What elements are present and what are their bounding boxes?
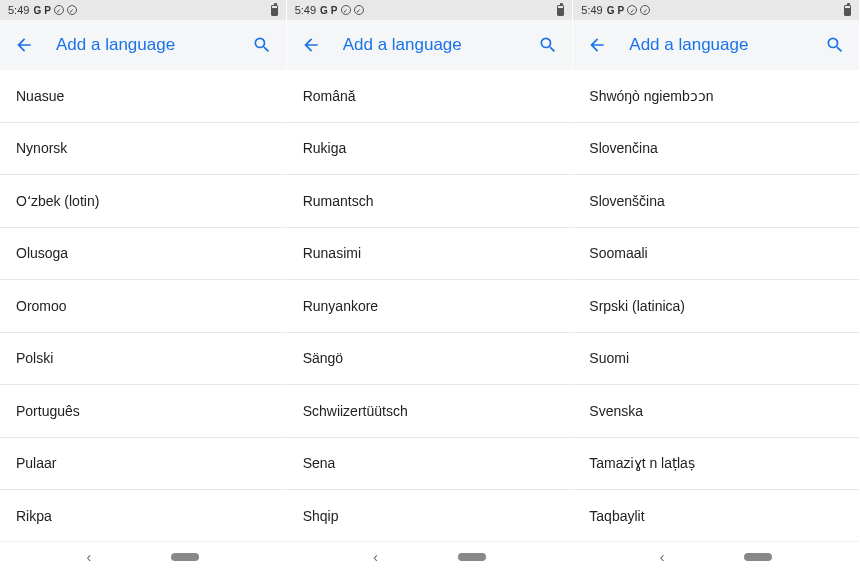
list-item[interactable]: Slovenščina: [573, 175, 859, 228]
arrow-left-icon: [587, 35, 607, 55]
check-icon-2: ✓: [67, 5, 77, 15]
check-icon-2: ✓: [640, 5, 650, 15]
search-icon: [252, 35, 272, 55]
status-bar: 5:49 G P ✓ ✓: [573, 0, 859, 20]
p-icon: P: [618, 5, 625, 16]
list-item[interactable]: Rumantsch: [287, 175, 573, 228]
nav-home-button[interactable]: [744, 553, 772, 561]
status-time: 5:49: [8, 4, 29, 16]
language-list[interactable]: Nuasue Nynorsk Oʻzbek (lotin) Olusoga Or…: [0, 70, 286, 541]
screen-2: 5:49 G P ✓ ✓ Add a language Română Rukig…: [287, 0, 574, 571]
navigation-bar: ‹: [287, 541, 573, 571]
back-button[interactable]: [587, 35, 607, 55]
status-left: 5:49 G P ✓ ✓: [8, 4, 77, 16]
screen-1: 5:49 G P ✓ ✓ Add a language Nuasue Nynor…: [0, 0, 287, 571]
page-title: Add a language: [629, 35, 803, 55]
battery-icon: [557, 5, 564, 16]
google-icon: G: [320, 5, 328, 16]
battery-icon: [271, 5, 278, 16]
search-button[interactable]: [538, 35, 558, 55]
search-button[interactable]: [252, 35, 272, 55]
list-item[interactable]: Rukiga: [287, 123, 573, 176]
list-item[interactable]: Pulaar: [0, 438, 286, 491]
check-icon-1: ✓: [341, 5, 351, 15]
list-item[interactable]: Tamaziɣt n laṭlaṣ: [573, 438, 859, 491]
navigation-bar: ‹: [573, 541, 859, 571]
battery-icon: [844, 5, 851, 16]
list-item[interactable]: Română: [287, 70, 573, 123]
app-bar: Add a language: [573, 20, 859, 70]
list-item[interactable]: Nuasue: [0, 70, 286, 123]
list-item[interactable]: Português: [0, 385, 286, 438]
google-icon: G: [607, 5, 615, 16]
list-item[interactable]: Polski: [0, 333, 286, 386]
page-title: Add a language: [343, 35, 517, 55]
list-item[interactable]: Oromoo: [0, 280, 286, 333]
status-time: 5:49: [295, 4, 316, 16]
list-item[interactable]: Slovenčina: [573, 123, 859, 176]
back-button[interactable]: [14, 35, 34, 55]
list-item[interactable]: Shqip: [287, 490, 573, 541]
list-item[interactable]: Rikpa: [0, 490, 286, 541]
google-icon: G: [33, 5, 41, 16]
list-item[interactable]: Runasimi: [287, 228, 573, 281]
check-icon-1: ✓: [627, 5, 637, 15]
nav-back-button[interactable]: ‹: [86, 549, 91, 565]
list-item[interactable]: Sena: [287, 438, 573, 491]
list-item[interactable]: Svenska: [573, 385, 859, 438]
check-icon-2: ✓: [354, 5, 364, 15]
status-notification-icons: G P ✓ ✓: [33, 5, 76, 16]
list-item[interactable]: Srpski (latinica): [573, 280, 859, 333]
status-left: 5:49 G P ✓ ✓: [581, 4, 650, 16]
list-item[interactable]: Schwiizertüütsch: [287, 385, 573, 438]
list-item[interactable]: Shwóŋò ngiembɔɔn: [573, 70, 859, 123]
list-item[interactable]: Oʻzbek (lotin): [0, 175, 286, 228]
list-item[interactable]: Soomaali: [573, 228, 859, 281]
screen-3: 5:49 G P ✓ ✓ Add a language Shwóŋò ngiem…: [573, 0, 860, 571]
p-icon: P: [44, 5, 51, 16]
page-title: Add a language: [56, 35, 230, 55]
navigation-bar: ‹: [0, 541, 286, 571]
nav-back-button[interactable]: ‹: [373, 549, 378, 565]
list-item[interactable]: Nynorsk: [0, 123, 286, 176]
list-item[interactable]: Runyankore: [287, 280, 573, 333]
status-left: 5:49 G P ✓ ✓: [295, 4, 364, 16]
search-button[interactable]: [825, 35, 845, 55]
search-icon: [825, 35, 845, 55]
arrow-left-icon: [14, 35, 34, 55]
arrow-left-icon: [301, 35, 321, 55]
app-bar: Add a language: [0, 20, 286, 70]
list-item[interactable]: Sängö: [287, 333, 573, 386]
nav-home-button[interactable]: [458, 553, 486, 561]
nav-home-button[interactable]: [171, 553, 199, 561]
status-notification-icons: G P ✓ ✓: [320, 5, 363, 16]
status-time: 5:49: [581, 4, 602, 16]
back-button[interactable]: [301, 35, 321, 55]
list-item[interactable]: Taqbaylit: [573, 490, 859, 541]
search-icon: [538, 35, 558, 55]
status-bar: 5:49 G P ✓ ✓: [287, 0, 573, 20]
status-notification-icons: G P ✓ ✓: [607, 5, 650, 16]
check-icon-1: ✓: [54, 5, 64, 15]
list-item[interactable]: Olusoga: [0, 228, 286, 281]
app-bar: Add a language: [287, 20, 573, 70]
nav-back-button[interactable]: ‹: [660, 549, 665, 565]
status-bar: 5:49 G P ✓ ✓: [0, 0, 286, 20]
p-icon: P: [331, 5, 338, 16]
language-list[interactable]: Română Rukiga Rumantsch Runasimi Runyank…: [287, 70, 573, 541]
language-list[interactable]: Shwóŋò ngiembɔɔn Slovenčina Slovenščina …: [573, 70, 859, 541]
list-item[interactable]: Suomi: [573, 333, 859, 386]
